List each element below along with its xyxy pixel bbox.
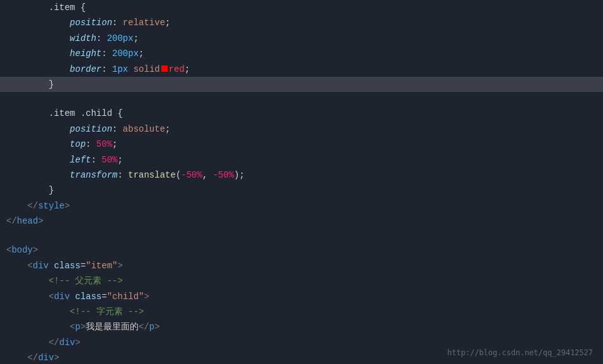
token-class-attr: class <box>75 292 101 302</box>
token-html-bracket: > <box>38 216 43 226</box>
token-colon: : <box>112 18 123 28</box>
token-colon: : <box>86 139 96 149</box>
token-semicolon: ; <box>165 124 170 134</box>
token-colon: : <box>117 170 128 180</box>
code-line: } <box>0 183 603 198</box>
code-line: border: 1px solidred; <box>0 62 603 77</box>
token-value-keyword: absolute <box>123 124 165 134</box>
token-html-bracket: </ <box>49 338 59 348</box>
code-editor: .item { position: relative; width: 200px… <box>0 0 603 364</box>
token-property: left <box>70 155 91 165</box>
token-html-tag: p <box>75 322 80 332</box>
token-semicolon: ; <box>185 64 190 74</box>
token-html-bracket: < <box>70 322 75 332</box>
code-line: width: 200px; <box>0 31 603 46</box>
token-brace: } <box>49 79 54 89</box>
watermark: http://blog.csdn.net/qq_29412527 <box>447 347 593 359</box>
token-html-bracket: > <box>33 245 38 255</box>
token-html-bracket: </ <box>28 353 38 363</box>
code-line: .item { <box>0 0 603 15</box>
token-selector: .item <box>49 3 80 13</box>
code-line: position: absolute; <box>0 122 603 137</box>
token-html-bracket: > <box>81 322 86 332</box>
code-line: <div class="item"> <box>0 258 603 273</box>
token-brace: { <box>117 108 122 118</box>
token-html-bracket: > <box>64 201 69 211</box>
token-colon: : <box>91 155 101 165</box>
red-color-swatch <box>161 65 168 72</box>
token-value-keyword: relative <box>123 18 165 28</box>
token-plain <box>128 64 133 74</box>
token-class-attr: class <box>54 261 81 271</box>
token-html-tag: div <box>59 338 75 348</box>
token-property: position <box>70 124 112 134</box>
token-plain: , <box>202 170 213 180</box>
token-transform-func: translate <box>128 170 176 180</box>
token-plain: 我是最里面的 <box>86 322 139 332</box>
token-transform-val: -50% <box>213 170 234 180</box>
token-html-bracket: < <box>49 292 54 302</box>
code-line: </head> <box>0 213 603 229</box>
token-selector: .item .child <box>49 108 117 118</box>
token-property: transform <box>70 170 118 180</box>
token-transform-val: -50% <box>181 170 202 180</box>
token-html-tag: style <box>38 201 64 211</box>
token-html-bracket: > <box>75 338 80 348</box>
token-brace: ) <box>234 170 239 180</box>
token-html-bracket: > <box>144 292 149 302</box>
token-html-tag: div <box>38 353 54 363</box>
token-class-val: "child" <box>107 292 144 302</box>
token-semicolon: ; <box>139 48 144 59</box>
token-semicolon: ; <box>165 18 170 28</box>
token-brace: } <box>49 185 54 195</box>
code-line: transform: translate(-50%, -50%); <box>0 168 603 183</box>
token-property: position <box>70 18 112 28</box>
code-lines: .item { position: relative; width: 200px… <box>0 0 603 364</box>
token-brace: { <box>81 3 86 13</box>
code-line: height: 200px; <box>0 46 603 61</box>
token-plain: = <box>101 292 106 302</box>
token-html-tag: body <box>11 245 33 255</box>
token-plain <box>70 292 75 302</box>
token-value-keyword: solid <box>134 64 160 74</box>
token-plain: = <box>81 261 86 271</box>
token-property: width <box>70 33 96 43</box>
token-value-number: 200px <box>112 48 139 59</box>
token-value-number: 1px <box>112 64 128 74</box>
token-class-val: "item" <box>86 261 117 271</box>
token-html-tag: head <box>17 216 38 226</box>
code-line <box>0 229 603 242</box>
token-html-bracket: > <box>54 353 59 363</box>
token-plain <box>49 261 54 271</box>
token-comment: <!-- 父元素 --> <box>49 276 123 286</box>
token-colon: : <box>101 48 112 59</box>
token-value-number: 200px <box>107 33 134 43</box>
token-html-tag: div <box>54 292 70 302</box>
code-line: <!-- 字元素 --> <box>0 304 603 319</box>
token-semicolon: ; <box>134 33 139 43</box>
token-property: top <box>70 139 86 149</box>
token-semicolon: ; <box>112 139 117 149</box>
code-line: </style> <box>0 198 603 213</box>
code-line: <body> <box>0 242 603 258</box>
token-comment: <!-- 字元素 --> <box>70 307 144 317</box>
token-percent: 50% <box>96 139 112 149</box>
token-html-bracket: < <box>28 261 33 271</box>
token-property: border <box>70 64 101 74</box>
token-html-bracket: > <box>154 322 159 332</box>
code-line: <div class="child"> <box>0 289 603 304</box>
token-semicolon: ; <box>117 155 122 165</box>
token-colon: : <box>96 33 107 43</box>
token-property: height <box>70 48 101 59</box>
token-colon: : <box>101 64 112 74</box>
code-line <box>0 92 603 106</box>
token-percent: 50% <box>101 155 117 165</box>
token-html-bracket: </ <box>28 201 38 211</box>
token-html-tag: div <box>33 261 49 271</box>
token-colon: : <box>112 124 123 134</box>
token-html-tag: p <box>149 322 154 332</box>
code-line: left: 50%; <box>0 152 603 168</box>
code-line: <p>我是最里面的</p> <box>0 319 603 334</box>
code-line: top: 50%; <box>0 137 603 152</box>
code-line: <!-- 父元素 --> <box>0 273 603 288</box>
